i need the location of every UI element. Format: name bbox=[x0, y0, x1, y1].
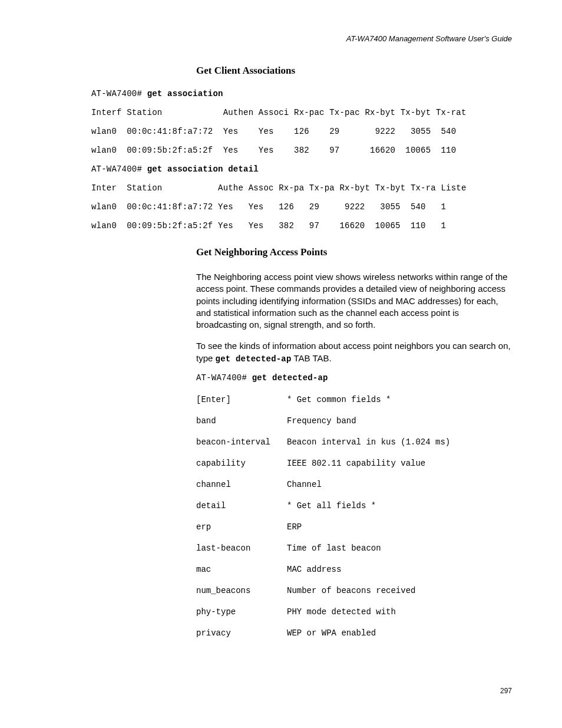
detected-ap-field-row: beacon-intervalBeacon interval in kus (1… bbox=[196, 437, 512, 447]
assoc-table-header: Interf Station Authen Associ Rx-pac Tx-p… bbox=[91, 108, 512, 117]
detected-ap-field-row: num_beaconsNumber of beacons received bbox=[196, 586, 512, 595]
detected-ap-field-desc: Number of beacons received bbox=[287, 586, 415, 595]
detected-ap-field-key: num_beacons bbox=[196, 586, 287, 595]
detected-ap-field-row: phy-typePHY mode detected with bbox=[196, 607, 512, 617]
detected-ap-field-row: privacyWEP or WPA enabled bbox=[196, 628, 512, 638]
detected-ap-field-row: detail* Get all fields * bbox=[196, 501, 512, 510]
header-guide-title: AT-WA7400 Management Software User's Gui… bbox=[346, 34, 512, 43]
detected-ap-field-row: last-beaconTime of last beacon bbox=[196, 543, 512, 553]
cli-prompt-get-detected-ap: AT-WA7400# get detected-ap bbox=[196, 374, 512, 382]
detected-ap-field-desc: * Get all fields * bbox=[287, 501, 376, 510]
cli-command: get association bbox=[147, 89, 223, 98]
detected-ap-field-row: bandFrequency band bbox=[196, 416, 512, 426]
neighbor-para-2: To see the kinds of information about ac… bbox=[91, 340, 512, 364]
detected-ap-field-row: erpERP bbox=[196, 522, 512, 532]
cli-prompt-get-association: AT-WA7400# get association bbox=[91, 90, 512, 98]
neighbor-para-1: The Neighboring access point view shows … bbox=[91, 271, 512, 331]
detected-ap-field-desc: MAC address bbox=[287, 565, 341, 574]
para2-post: TAB TAB. bbox=[292, 353, 332, 363]
detected-ap-field-desc: Channel bbox=[287, 480, 322, 489]
assoc-detail-table-row: wlan0 00:0c:41:8f:a7:72 Yes Yes 126 29 9… bbox=[91, 203, 512, 211]
cli-command: get association detail bbox=[147, 164, 259, 174]
detected-ap-field-key: detail bbox=[196, 501, 287, 510]
section-heading-get-neighboring-aps: Get Neighboring Access Points bbox=[91, 246, 512, 258]
detected-ap-field-desc: IEEE 802.11 capability value bbox=[287, 459, 425, 468]
cli-command: get detected-ap bbox=[252, 373, 328, 383]
detected-ap-field-key: last-beacon bbox=[196, 543, 287, 553]
detected-ap-field-key: band bbox=[196, 416, 287, 426]
detected-ap-field-key: [Enter] bbox=[196, 395, 287, 404]
assoc-table-row: wlan0 00:0c:41:8f:a7:72 Yes Yes 126 29 9… bbox=[91, 127, 512, 136]
cli-prompt-prefix: AT-WA7400# bbox=[196, 373, 252, 383]
detected-ap-field-desc: Frequency band bbox=[287, 416, 356, 426]
detected-ap-field-desc: WEP or WPA enabled bbox=[287, 628, 376, 638]
detected-ap-field-key: erp bbox=[196, 522, 287, 532]
cli-prompt-get-association-detail: AT-WA7400# get association detail bbox=[91, 165, 512, 173]
cli-prompt-prefix: AT-WA7400# bbox=[91, 89, 147, 98]
detected-ap-field-desc: * Get common fields * bbox=[287, 395, 391, 404]
detected-ap-field-key: mac bbox=[196, 565, 287, 574]
detected-ap-field-key: capability bbox=[196, 459, 287, 468]
assoc-detail-table-header: Inter Station Authe Assoc Rx-pa Tx-pa Rx… bbox=[91, 184, 512, 192]
detected-ap-field-row: macMAC address bbox=[196, 565, 512, 574]
detected-ap-field-row: [Enter]* Get common fields * bbox=[196, 395, 512, 404]
detected-ap-field-desc: PHY mode detected with bbox=[287, 607, 396, 617]
detected-ap-field-desc: Beacon interval in kus (1.024 ms) bbox=[287, 437, 450, 447]
detected-ap-field-key: phy-type bbox=[196, 607, 287, 617]
assoc-table-row: wlan0 00:09:5b:2f:a5:2f Yes Yes 382 97 1… bbox=[91, 146, 512, 154]
para2-cmd: get detected-ap bbox=[216, 354, 292, 364]
detected-ap-field-key: privacy bbox=[196, 628, 287, 638]
assoc-detail-table-row: wlan0 00:09:5b:2f:a5:2f Yes Yes 382 97 1… bbox=[91, 222, 512, 230]
section-heading-get-client-associations: Get Client Associations bbox=[91, 65, 512, 77]
detected-ap-field-row: channelChannel bbox=[196, 480, 512, 489]
page-number: 297 bbox=[500, 687, 512, 695]
cli-prompt-prefix: AT-WA7400# bbox=[91, 164, 147, 174]
detected-ap-field-desc: ERP bbox=[287, 522, 302, 532]
detected-ap-field-row: capabilityIEEE 802.11 capability value bbox=[196, 459, 512, 468]
detected-ap-field-key: beacon-interval bbox=[196, 437, 287, 447]
detected-ap-field-desc: Time of last beacon bbox=[287, 543, 381, 553]
detected-ap-field-key: channel bbox=[196, 480, 287, 489]
